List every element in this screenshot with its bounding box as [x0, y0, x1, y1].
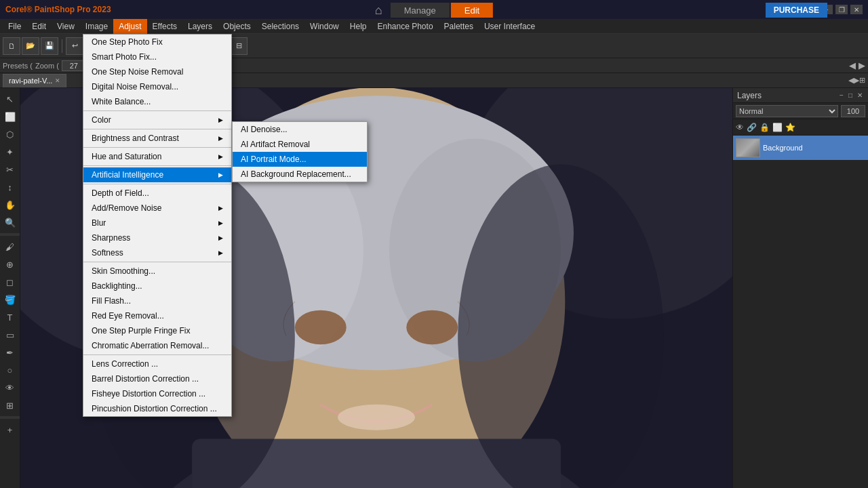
menu-image[interactable]: Image [80, 19, 113, 34]
adjust-color[interactable]: Color [83, 113, 231, 127]
clone-tool[interactable]: ⊕ [2, 256, 18, 272]
canvas-tab[interactable]: ravi-patel-V... ✕ [3, 74, 66, 87]
home-icon[interactable]: ⌂ [375, 3, 382, 18]
fill-tool[interactable]: 🪣 [2, 291, 18, 308]
adjust-brightness-contrast[interactable]: Brightness and Contrast [83, 131, 231, 146]
adjust-white-balance[interactable]: White Balance... [83, 94, 231, 109]
layer-visibility-icon[interactable]: 👁 [736, 123, 744, 132]
adjust-purple-fringe[interactable]: One Step Purple Fringe Fix [83, 323, 231, 338]
eraser-tool[interactable]: ◻ [2, 274, 18, 290]
layer-effect-icon[interactable]: ⭐ [785, 123, 795, 132]
ai-background-replacement[interactable]: AI Background Replacement... [233, 167, 367, 182]
layers-header: Layers − □ ✕ [733, 88, 868, 103]
adjust-backlighting[interactable]: Backlighting... [83, 279, 231, 293]
open-button[interactable]: 📂 [22, 37, 39, 55]
adjust-fisheye-distortion[interactable]: Fisheye Distortion Correction ... [83, 386, 231, 401]
canvas-tab-close-icon[interactable]: ✕ [55, 77, 60, 84]
paint-tool[interactable]: 🖌 [2, 239, 18, 255]
opacity-input[interactable]: 100 [841, 105, 865, 117]
dodge-tool[interactable]: ○ [2, 362, 18, 378]
menu-enhance-photo[interactable]: Enhance Photo [372, 19, 438, 34]
zoom-tool[interactable]: 🔍 [2, 214, 18, 230]
adjust-skin-smoothing[interactable]: Skin Smoothing... [83, 264, 231, 279]
menu-selections[interactable]: Selections [256, 19, 304, 34]
layers-minimize[interactable]: − [838, 92, 845, 99]
ai-portrait-mode[interactable]: AI Portrait Mode... [233, 152, 367, 167]
ai-artifact-removal[interactable]: AI Artifact Removal [233, 137, 367, 152]
titlebar-left: Corel® PaintShop Pro 2023 [5, 5, 111, 14]
menu-palettes[interactable]: Palettes [439, 19, 479, 34]
select-tool[interactable]: ↖ [2, 91, 18, 107]
close-button[interactable]: ✕ [850, 5, 863, 14]
adjust-add-remove-noise[interactable]: Add/Remove Noise [83, 201, 231, 216]
nav-left-btn[interactable]: ◀ [849, 60, 856, 70]
menu-help[interactable]: Help [344, 19, 372, 34]
selection-tool[interactable]: ⬜ [2, 108, 18, 125]
blend-mode-select[interactable]: Normal [736, 105, 838, 117]
menu-objects[interactable]: Objects [218, 19, 256, 34]
undo-button[interactable]: ↩ [66, 37, 83, 55]
straighten-tool[interactable]: ↕ [2, 179, 18, 195]
adjust-blur[interactable]: Blur [83, 216, 231, 230]
add-layer-tool[interactable]: + [2, 422, 18, 438]
layers-maximize[interactable]: □ [847, 92, 854, 99]
menu-effects[interactable]: Effects [147, 19, 182, 34]
adjust-one-step-noise[interactable]: One Step Noise Removal [83, 64, 231, 79]
adjust-one-step-photo-fix[interactable]: One Step Photo Fix [83, 35, 231, 49]
menu-edit[interactable]: Edit [26, 19, 52, 34]
layer-name: Background [763, 144, 803, 152]
adjust-fill-flash[interactable]: Fill Flash... [83, 293, 231, 308]
menu-file[interactable]: File [3, 19, 26, 34]
adjust-softness[interactable]: Softness [83, 245, 231, 260]
svg-point-9 [406, 310, 458, 345]
pen-tool[interactable]: ✒ [2, 344, 18, 361]
purchase-button[interactable]: PURCHASE [766, 3, 827, 18]
adjust-chromatic-aberration[interactable]: Chromatic Aberration Removal... [83, 338, 231, 353]
adjust-red-eye[interactable]: Red Eye Removal... [83, 308, 231, 323]
layers-close[interactable]: ✕ [856, 92, 864, 99]
adjust-sharpness[interactable]: Sharpness [83, 230, 231, 245]
tab-nav-right[interactable]: ▶ [854, 76, 859, 85]
edit-tab[interactable]: Edit [451, 3, 493, 18]
adjust-barrel-distortion[interactable]: Barrel Distortion Correction ... [83, 371, 231, 386]
ai-denoise[interactable]: AI Denoise... [233, 122, 367, 137]
menu-layers[interactable]: Layers [182, 19, 218, 34]
layer-lock-icon[interactable]: 🔗 [747, 123, 757, 132]
toolbar-sep1 [62, 39, 62, 53]
adjust-smart-photo-fix[interactable]: Smart Photo Fix... [83, 49, 231, 64]
tool-sep1 [0, 233, 20, 236]
new-button[interactable]: 🗋 [3, 37, 20, 55]
nav-right-btn[interactable]: ▶ [859, 60, 865, 70]
text-tool[interactable]: T [2, 309, 18, 325]
tab-nav-left[interactable]: ◀ [848, 76, 854, 85]
adjust-hue-saturation[interactable]: Hue and Saturation [83, 149, 231, 164]
layer-item[interactable]: Background [733, 136, 868, 160]
pan-tool[interactable]: ✋ [2, 197, 18, 213]
menu-window[interactable]: Window [304, 19, 344, 34]
tab-expand[interactable]: ⊞ [859, 76, 865, 85]
restore-button[interactable]: ❐ [835, 5, 848, 14]
right-panel: Layers − □ ✕ Normal 100 👁 🔗 🔒 ⬜ ⭐ Backgr… [732, 88, 868, 488]
layer-link-icon[interactable]: 🔒 [760, 123, 770, 132]
actual-size-btn[interactable]: ⊟ [230, 37, 248, 55]
heal-tool[interactable]: ⊞ [2, 397, 18, 413]
adjust-artificial-intelligence[interactable]: Artificial Intelligence [83, 167, 231, 182]
adjust-lens-correction[interactable]: Lens Correction ... [83, 357, 231, 371]
menu-user-interface[interactable]: User Interface [479, 19, 540, 34]
manage-tab[interactable]: Manage [391, 3, 450, 18]
shape-tool[interactable]: ▭ [2, 327, 18, 343]
layers-controls: − □ ✕ [838, 92, 864, 99]
tool-sep2 [0, 416, 20, 419]
adjust-pincushion-distortion[interactable]: Pincushion Distortion Correction ... [83, 401, 231, 416]
crop-tool[interactable]: ✂ [2, 161, 18, 178]
adjust-depth-of-field[interactable]: Depth of Field... [83, 186, 231, 201]
freehand-tool[interactable]: ⬡ [2, 126, 18, 142]
menu-view[interactable]: View [52, 19, 80, 34]
menu-adjust[interactable]: Adjust [113, 19, 146, 34]
adjust-digital-noise[interactable]: Digital Noise Removal... [83, 79, 231, 94]
layer-mask-icon[interactable]: ⬜ [772, 123, 783, 132]
magic-wand-tool[interactable]: ✦ [2, 144, 18, 160]
red-eye-tool[interactable]: 👁 [2, 380, 18, 396]
save-button[interactable]: 💾 [41, 37, 58, 55]
mode-tabs: ⌂ Manage Edit [375, 3, 493, 18]
